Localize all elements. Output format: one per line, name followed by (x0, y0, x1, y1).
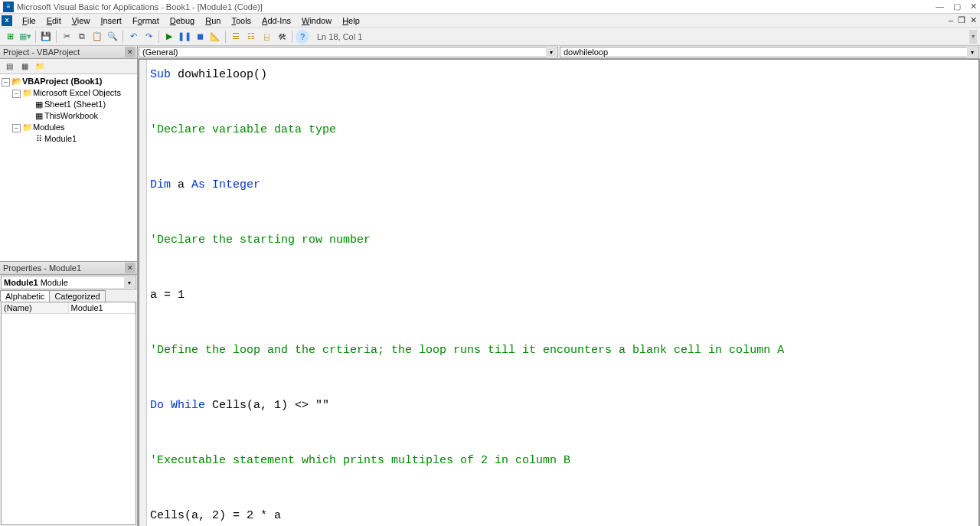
menu-window[interactable]: Window (296, 15, 337, 26)
save-button[interactable]: 💾 (39, 30, 53, 44)
menu-run[interactable]: Run (200, 15, 226, 26)
dropdown-arrow-icon[interactable]: ▾ (967, 46, 978, 58)
toggle-folders-button[interactable]: 📁 (34, 60, 46, 73)
excel-icon[interactable]: X (2, 15, 12, 26)
separator (56, 31, 57, 43)
window-title: Microsoft Visual Basic for Applications … (17, 2, 936, 11)
properties-header: Properties - Module1 ✕ (0, 262, 137, 275)
folder-icon: 📁 (22, 123, 33, 132)
dropdown-arrow-icon[interactable]: ▾ (124, 277, 135, 288)
tab-categorized[interactable]: Categorized (49, 290, 105, 302)
menu-addins[interactable]: Add-Ins (256, 15, 296, 26)
dropdown-arrow-icon[interactable]: ▾ (546, 46, 557, 58)
toolbar-options-button[interactable]: ▾ (969, 30, 977, 44)
redo-button[interactable]: ↷ (142, 30, 155, 44)
excel-objects-node[interactable]: Microsoft Excel Objects (33, 88, 121, 97)
procedure-dropdown[interactable]: dowhileloop ▾ (560, 47, 979, 57)
insert-item-button[interactable]: ▦▾ (18, 30, 32, 44)
folder-icon: 📁 (22, 88, 33, 98)
menu-help[interactable]: Help (337, 15, 365, 26)
property-name-cell[interactable]: (Name) (2, 302, 69, 314)
menu-debug[interactable]: Debug (165, 15, 200, 26)
modules-folder-node[interactable]: Modules (33, 123, 65, 132)
reset-button[interactable]: ◼ (193, 30, 207, 44)
title-bar: ≡ Microsoft Visual Basic for Application… (0, 0, 980, 14)
project-explorer-button[interactable]: ☰ (229, 30, 243, 44)
separator (122, 31, 123, 43)
object-dropdown[interactable]: (General) ▾ (139, 47, 558, 57)
properties-title: Properties - Module1 (3, 263, 81, 273)
object-dropdown-value: (General) (142, 47, 178, 57)
menu-insert[interactable]: Insert (95, 15, 127, 26)
tab-alphabetic[interactable]: Alphabetic (0, 290, 50, 302)
collapse-icon[interactable]: − (12, 90, 21, 98)
doc-minimize-button[interactable]: – (949, 15, 953, 25)
menu-tools[interactable]: Tools (226, 15, 256, 26)
copy-button[interactable]: ⧉ (75, 30, 89, 44)
standard-toolbar: ⊞ ▦▾ 💾 ✂ ⧉ 📋 🔍 ↶ ↷ ▶ ❚❚ ◼ 📐 ☰ ☷ ⌸ 🛠 ? Ln… (0, 28, 980, 46)
separator (158, 31, 159, 43)
run-button[interactable]: ▶ (162, 30, 176, 44)
project-tree[interactable]: −📂VBAProject (Book1) −📁Microsoft Excel O… (0, 74, 137, 262)
project-icon: 📂 (11, 77, 22, 87)
collapse-icon[interactable]: − (12, 124, 21, 132)
cursor-position: Ln 18, Col 1 (317, 32, 362, 41)
properties-close-button[interactable]: ✕ (125, 263, 136, 273)
paste-button[interactable]: 📋 (90, 30, 104, 44)
view-excel-button[interactable]: ⊞ (3, 30, 17, 44)
cut-button[interactable]: ✂ (60, 30, 74, 44)
break-button[interactable]: ❚❚ (178, 30, 191, 44)
project-explorer-header: Project - VBAProject ✕ (0, 46, 137, 59)
object-browser-button[interactable]: ⌸ (260, 30, 273, 44)
property-value-cell[interactable]: Module1 (69, 302, 136, 314)
menu-edit[interactable]: Edit (41, 15, 67, 26)
menu-file[interactable]: File (17, 15, 41, 26)
view-code-button[interactable]: ▤ (3, 60, 15, 73)
object-name: Module1 (4, 278, 38, 287)
undo-button[interactable]: ↶ (126, 30, 140, 44)
find-button[interactable]: 🔍 (106, 30, 119, 44)
toolbox-button[interactable]: 🛠 (275, 30, 289, 44)
project-explorer-title: Project - VBAProject (3, 47, 80, 57)
design-mode-button[interactable]: 📐 (208, 30, 222, 44)
object-type: Module (41, 278, 68, 287)
thisworkbook-node[interactable]: ThisWorkbook (44, 111, 98, 120)
maximize-button[interactable]: ▢ (953, 2, 961, 11)
sheet1-node[interactable]: Sheet1 (Sheet1) (44, 100, 106, 109)
module-icon: ⠿ (34, 134, 44, 144)
menu-view[interactable]: View (67, 15, 96, 26)
view-object-button[interactable]: ▦ (18, 60, 31, 73)
code-editor[interactable]: Sub dowhileloop() 'Declare variable data… (147, 60, 978, 526)
collapse-icon[interactable]: − (2, 78, 10, 87)
menu-format[interactable]: Format (127, 15, 165, 26)
project-toolbar: ▤ ▦ 📁 (0, 59, 137, 74)
procedure-dropdown-value: dowhileloop (564, 47, 608, 57)
object-selector[interactable]: Module1 Module ▾ (1, 276, 136, 289)
sheet-icon: ▦ (34, 100, 44, 109)
properties-window-button[interactable]: ☷ (244, 30, 258, 44)
workbook-icon: ▦ (34, 111, 44, 121)
menu-bar: X File Edit View Insert Format Debug Run… (0, 14, 980, 28)
project-explorer-close-button[interactable]: ✕ (125, 47, 136, 57)
separator (292, 31, 292, 43)
properties-grid[interactable]: (Name) Module1 (1, 302, 136, 525)
doc-restore-button[interactable]: ❐ (958, 15, 965, 25)
doc-close-button[interactable]: ✕ (970, 15, 977, 25)
help-button[interactable]: ? (296, 30, 309, 44)
minimize-button[interactable]: — (936, 2, 944, 11)
project-node[interactable]: VBAProject (Book1) (22, 77, 103, 86)
separator (35, 31, 36, 43)
close-button[interactable]: ✕ (970, 2, 977, 11)
separator (225, 31, 226, 43)
module1-node[interactable]: Module1 (44, 134, 77, 143)
app-icon: ≡ (3, 2, 14, 12)
code-margin[interactable] (139, 60, 147, 526)
